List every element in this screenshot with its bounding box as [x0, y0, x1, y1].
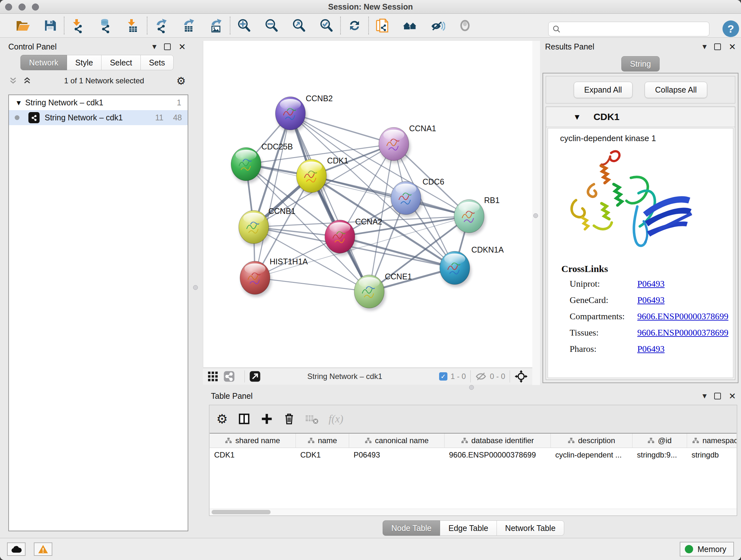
new-network-from-selection-icon[interactable] [369, 15, 396, 36]
table-panel-close-icon[interactable]: ✕ [729, 392, 736, 400]
crosslink-link[interactable]: P06493 [637, 279, 665, 289]
warnings-button[interactable] [34, 543, 52, 556]
zoom-out-icon[interactable] [258, 15, 285, 36]
results-panel-float-icon[interactable] [714, 44, 721, 50]
column-header-name[interactable]: name [296, 434, 349, 448]
panel-splitter-strip[interactable] [532, 41, 540, 385]
tab-network-table[interactable]: Network Table [497, 520, 564, 536]
network-row-selected[interactable]: String Network – cdk1 11 48 [9, 110, 188, 125]
birds-eye-grid-icon[interactable] [207, 371, 218, 382]
search-input[interactable] [564, 24, 705, 34]
expand-all-button[interactable]: Expand All [574, 82, 632, 98]
cloud-status-button[interactable] [7, 543, 25, 556]
protein-card-header[interactable]: ▼ CDK1 [546, 107, 735, 127]
tab-string[interactable]: String [621, 56, 659, 71]
network-node-CDKN1A[interactable] [440, 251, 471, 287]
expand-all-icon[interactable] [22, 76, 32, 85]
help-button[interactable]: ? [723, 20, 739, 37]
open-in-new-window-icon[interactable] [249, 371, 261, 382]
export-image-icon[interactable] [202, 15, 230, 36]
network-options-gear-icon[interactable]: ⚙ [176, 76, 186, 86]
crosslink-link[interactable]: 9606.ENSP00000378699 [637, 327, 728, 338]
show-columns-icon[interactable] [238, 412, 251, 426]
crosslink-row: Uniprot:P06493 [561, 279, 733, 289]
collection-disclosure-icon[interactable]: ▼ [17, 100, 21, 106]
search-box[interactable] [548, 22, 710, 37]
tab-edge-table[interactable]: Edge Table [440, 520, 497, 536]
control-panel-menu-icon[interactable]: ▼ [152, 44, 156, 50]
selected-nodes-checkbox[interactable]: ✓ [439, 372, 448, 381]
crosslink-link[interactable]: P06493 [637, 295, 665, 305]
column-header-description[interactable]: description [551, 434, 632, 448]
right-splitter-handle[interactable] [533, 213, 538, 218]
column-header-namespac[interactable]: namespac [687, 434, 737, 448]
network-view-toolbar: String Network – cdk1 ✓ 1 - 0 0 - 0 [203, 368, 532, 385]
network-node-CDC25B[interactable] [231, 147, 263, 183]
scrollbar-thumb[interactable] [212, 510, 271, 514]
export-table-icon[interactable] [175, 15, 202, 36]
table-horizontal-scrollbar[interactable] [210, 509, 737, 515]
import-table-file-icon[interactable] [119, 15, 147, 36]
export-network-icon[interactable] [147, 15, 175, 36]
main-toolbar: ? [0, 14, 741, 38]
column-header-shared-name[interactable]: shared name [210, 434, 296, 448]
tab-sets[interactable]: Sets [141, 55, 174, 70]
crosslink-label: GeneCard: [561, 295, 637, 305]
network-node-CCNE1[interactable] [354, 275, 386, 311]
tab-style[interactable]: Style [67, 55, 102, 70]
protein-disclosure-icon[interactable]: ▼ [575, 113, 580, 120]
control-panel-close-icon[interactable]: ✕ [179, 43, 186, 51]
crosslink-link[interactable]: 9606.ENSP00000378699 [637, 311, 728, 321]
collection-label: String Network – cdk1 [25, 98, 104, 107]
save-session-icon[interactable] [37, 15, 64, 36]
crosslink-row: Pharos:P06493 [561, 344, 733, 354]
add-column-icon[interactable] [260, 413, 273, 425]
status-bar: Memory [0, 538, 741, 560]
refresh-network-icon[interactable] [341, 15, 368, 36]
network-share-icon[interactable] [223, 371, 235, 382]
node-table[interactable]: shared namenamecanonical namedatabase id… [210, 433, 737, 509]
network-collection-row[interactable]: ▼ String Network – cdk1 1 [9, 95, 188, 110]
network-node-RB1[interactable] [454, 199, 486, 235]
tab-node-table[interactable]: Node Table [383, 520, 440, 536]
crosslink-link[interactable]: P06493 [637, 344, 665, 354]
center-view-crosshair-icon[interactable] [515, 370, 528, 383]
svg-text:CDC25B: CDC25B [261, 142, 293, 151]
network-node-CCNA1[interactable] [379, 127, 410, 163]
table-row[interactable]: CDK1CDK1P064939606.ENSP00000378699cyclin… [210, 448, 737, 462]
column-header-canonical-name[interactable]: canonical name [349, 434, 445, 448]
table-options-gear-icon[interactable]: ⚙ [216, 413, 228, 425]
tab-select[interactable]: Select [102, 55, 140, 70]
column-header-database-identifier[interactable]: database identifier [445, 434, 551, 448]
zoom-in-icon[interactable] [230, 15, 258, 36]
crosslink-row: Compartments:9606.ENSP00000378699 [561, 311, 733, 321]
home-view-icon[interactable] [396, 15, 424, 36]
results-panel-menu-icon[interactable]: ▼ [702, 44, 706, 50]
table-panel-menu-icon[interactable]: ▼ [702, 393, 706, 399]
import-network-database-icon[interactable] [92, 15, 119, 36]
delete-column-icon[interactable] [283, 413, 295, 425]
show-hidden-items-icon[interactable] [451, 15, 479, 36]
tab-network[interactable]: Network [20, 55, 67, 70]
results-panel-title: Results Panel [545, 42, 594, 51]
control-panel-float-icon[interactable] [164, 44, 171, 50]
zoom-selected-icon[interactable] [313, 15, 340, 36]
results-panel-close-icon[interactable]: ✕ [729, 43, 736, 51]
table-panel-float-icon[interactable] [714, 393, 721, 399]
titlebar[interactable]: Session: New Session [0, 0, 741, 14]
collapse-all-button[interactable]: Collapse All [645, 82, 708, 98]
hidden-items-eye-icon [475, 372, 487, 381]
network-node-CDK1[interactable] [296, 159, 328, 195]
network-node-CCNB2[interactable] [275, 97, 307, 132]
memory-button[interactable]: Memory [680, 542, 734, 557]
left-splitter-handle[interactable] [193, 285, 198, 290]
bottom-splitter-handle[interactable] [469, 385, 474, 390]
column-header--id[interactable]: @id [632, 434, 687, 448]
import-network-file-icon[interactable] [64, 15, 92, 36]
zoom-fit-icon[interactable] [285, 15, 313, 36]
network-canvas[interactable]: CCNB2CCNA1CDC25BCDK1CDC6RB1CCNB1CCNA2CDK… [203, 41, 532, 367]
open-session-icon[interactable] [9, 15, 37, 36]
hide-graphics-details-icon[interactable] [424, 15, 451, 36]
network-node-HIST1H1A[interactable] [240, 261, 272, 297]
collapse-all-icon[interactable] [8, 76, 18, 85]
